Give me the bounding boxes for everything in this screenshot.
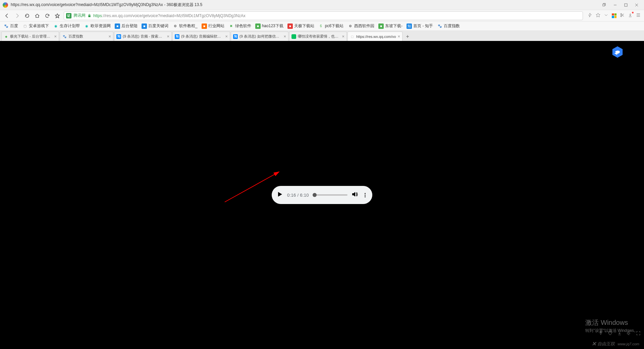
zhihu-icon: 知 bbox=[407, 23, 412, 29]
square-icon: ■ bbox=[142, 23, 147, 29]
time-display: 0:16 / 6:10 bbox=[287, 193, 309, 198]
bookmarks-bar: 🐾百度 ▢安卓游戏下 ◉生存计划帮 ◉欧菲资源网 ■后台登陆 ■百度关键词 ⚙软… bbox=[0, 21, 644, 31]
url-text: https://res.wx.qq.com/voice/getvoice?med… bbox=[93, 13, 246, 18]
lock-icon bbox=[88, 13, 91, 19]
seek-thumb[interactable] bbox=[313, 193, 317, 197]
close-icon[interactable]: × bbox=[283, 34, 286, 39]
bookmark-item[interactable]: ▢安卓游戏下 bbox=[22, 23, 49, 29]
window-maximize-icon[interactable] bbox=[621, 1, 631, 9]
close-icon[interactable]: × bbox=[225, 34, 228, 39]
dot-icon bbox=[365, 196, 366, 197]
favicon-icon: ◆ bbox=[4, 34, 8, 39]
audio-player: 0:16 / 6:10 bbox=[272, 186, 372, 204]
play-button[interactable] bbox=[276, 191, 283, 199]
svg-rect-1 bbox=[603, 4, 605, 6]
tab[interactable]: ◆极光下载站 - 后台管理中心× bbox=[1, 32, 59, 41]
lightning-icon[interactable] bbox=[588, 13, 592, 19]
download-icon[interactable] bbox=[628, 13, 633, 19]
bookmark-item[interactable]: ✖绿色软件 bbox=[228, 23, 251, 29]
dot-icon bbox=[365, 195, 366, 196]
tab[interactable]: 知(9 条消息) 音频 - 搜索结果 - × bbox=[114, 32, 172, 41]
reload-button[interactable] bbox=[23, 12, 31, 19]
square-icon: ■ bbox=[202, 23, 207, 29]
window-pin-icon[interactable] bbox=[600, 1, 609, 9]
window-title: https://res.wx.qq.com/voice/getvoice?med… bbox=[11, 2, 600, 8]
bookmark-item[interactable]: ■东坡下载- bbox=[378, 23, 402, 29]
page-content: 0:16 / 6:10 激活 Windows 转到"设置"以激活 Windows… bbox=[0, 41, 644, 349]
window-minimize-icon[interactable] bbox=[610, 1, 620, 9]
svg-marker-6 bbox=[55, 14, 59, 18]
undo-nav-button[interactable] bbox=[44, 12, 51, 19]
close-icon[interactable]: × bbox=[342, 34, 344, 39]
tab[interactable]: 🐾百度指数× bbox=[60, 32, 113, 41]
forward-button[interactable] bbox=[13, 12, 21, 19]
svg-line-21 bbox=[225, 172, 279, 202]
chevron-down-icon[interactable] bbox=[604, 13, 608, 19]
tab[interactable]: 哪怕没有收获爱情，也收获× bbox=[289, 32, 347, 41]
menu-icon[interactable] bbox=[636, 13, 641, 19]
square-icon: ■ bbox=[115, 23, 120, 29]
tab[interactable]: 知(9 条消息) 音频编辑软件 - 知× bbox=[172, 32, 230, 41]
home-button[interactable] bbox=[34, 12, 41, 19]
wechat-icon bbox=[291, 34, 296, 39]
site-verified-badge: 证 bbox=[66, 13, 71, 18]
paw-icon: 🐾 bbox=[62, 34, 67, 39]
x-icon: ✕ bbox=[592, 341, 596, 347]
svg-marker-19 bbox=[352, 192, 355, 197]
svg-marker-18 bbox=[278, 192, 282, 197]
bookmark-item[interactable]: 🐾百度指数 bbox=[437, 23, 460, 29]
address-bar[interactable]: 证 腾讯网 https://res.wx.qq.com/voice/getvoi… bbox=[64, 11, 583, 20]
bookmark-item[interactable]: 🐾百度 bbox=[3, 23, 18, 29]
tab[interactable]: 知(9 条消息) 如何把微信公共号× bbox=[231, 32, 288, 41]
bookmark-item[interactable]: ■行业网站 bbox=[202, 23, 224, 29]
svg-marker-8 bbox=[589, 13, 591, 17]
zhihu-icon: 知 bbox=[233, 34, 238, 39]
microsoft-icon[interactable] bbox=[612, 13, 616, 18]
nav-bar: 证 腾讯网 https://res.wx.qq.com/voice/getvoi… bbox=[0, 10, 644, 21]
window-title-bar: https://res.wx.qq.com/voice/getvoice?med… bbox=[0, 0, 644, 10]
bookmark-item[interactable]: ■天极下载站 bbox=[287, 23, 314, 29]
bookmark-item[interactable]: ◉欧菲资源网 bbox=[84, 23, 111, 29]
bookmark-item[interactable]: 知首页 - 知乎 bbox=[407, 23, 433, 29]
dot-icon bbox=[365, 193, 366, 194]
square-icon: ■ bbox=[255, 23, 261, 29]
window-close-icon[interactable] bbox=[632, 1, 641, 9]
tab-active[interactable]: ▢https://res.wx.qq.com/vo× bbox=[347, 32, 402, 41]
back-button[interactable] bbox=[3, 12, 11, 19]
bookmark-item[interactable]: ■hao123下载 bbox=[255, 23, 283, 29]
windows-activation-watermark: 激活 Windows 转到"设置"以激活 Windows。 bbox=[585, 318, 638, 334]
gear-icon: ⚙ bbox=[347, 23, 353, 29]
bookmark-item[interactable]: ⚙软件教程_ bbox=[172, 23, 198, 29]
close-icon[interactable]: × bbox=[108, 34, 111, 39]
gear-icon: ⚙ bbox=[172, 23, 178, 29]
thunder-bird-icon[interactable] bbox=[611, 46, 624, 58]
bookmark-item[interactable]: ■百度关键词 bbox=[142, 23, 168, 29]
bookmark-item[interactable]: ◉生存计划帮 bbox=[53, 23, 80, 29]
file-icon: ▢ bbox=[350, 34, 355, 39]
bookmark-item[interactable]: ⚙西西软件园 bbox=[347, 23, 374, 29]
close-icon[interactable]: × bbox=[167, 34, 169, 39]
site-watermark: ✕ 自由互联 www.jq7.com bbox=[592, 341, 639, 347]
paw-icon: 🐾 bbox=[3, 23, 9, 29]
svg-marker-9 bbox=[596, 13, 600, 17]
more-options-button[interactable] bbox=[362, 193, 368, 197]
seek-slider[interactable] bbox=[313, 194, 347, 196]
six-icon: 6 bbox=[318, 23, 324, 29]
tab-strip: ◆极光下载站 - 后台管理中心× 🐾百度指数× 知(9 条消息) 音频 - 搜索… bbox=[0, 31, 644, 41]
favorite-star-icon[interactable] bbox=[596, 13, 600, 19]
bookmark-item[interactable]: ■后台登陆 bbox=[115, 23, 138, 29]
bookmark-star-button[interactable] bbox=[54, 12, 61, 19]
teal-icon: ◉ bbox=[84, 23, 89, 29]
scissors-icon[interactable] bbox=[620, 13, 625, 19]
paw-icon: 🐾 bbox=[437, 23, 442, 29]
x-icon: ✖ bbox=[228, 23, 234, 29]
svg-rect-3 bbox=[625, 4, 627, 6]
close-icon[interactable]: × bbox=[398, 34, 400, 39]
close-icon[interactable]: × bbox=[54, 34, 57, 39]
zhihu-icon: 知 bbox=[175, 34, 179, 39]
bookmark-item[interactable]: 6pc6下载站 bbox=[318, 23, 343, 29]
svg-rect-7 bbox=[88, 15, 90, 17]
file-icon: ▢ bbox=[22, 23, 28, 29]
volume-button[interactable] bbox=[352, 191, 358, 199]
new-tab-button[interactable]: + bbox=[403, 32, 412, 41]
